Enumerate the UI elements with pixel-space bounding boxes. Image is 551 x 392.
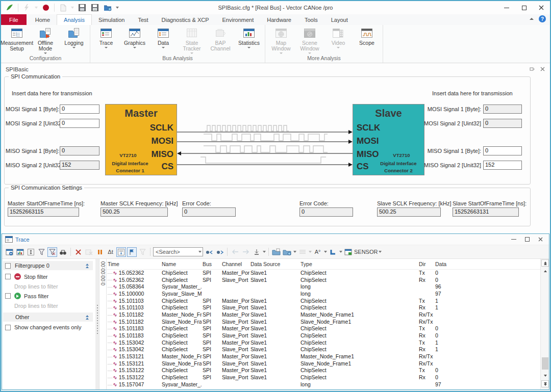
miso-signal-2-unit32-input[interactable]: 152: [60, 161, 99, 170]
sensor-filter-icon[interactable]: [343, 247, 353, 257]
trace-table[interactable]: TimeNameBusChannelData SourceTypeDirData…: [107, 259, 540, 389]
trace-row[interactable]: ∿15.101182Slave_Node_Fra...SPISlave_Port…: [107, 318, 540, 325]
trace-button[interactable]: Trace: [92, 26, 120, 48]
search-dropdown-caret-icon[interactable]: [198, 251, 202, 253]
trace-close-button[interactable]: [534, 234, 547, 245]
logging-button[interactable]: Logging: [60, 26, 88, 48]
logging-config-icon[interactable]: [282, 247, 292, 257]
column-layout-icon-caret[interactable]: [309, 251, 312, 253]
trace-statistics-icon[interactable]: [15, 247, 25, 257]
trace-row[interactable]: ∿15.153042ChipSelectSPISlave_PortSlave1C…: [107, 346, 540, 353]
panel-close-icon[interactable]: [540, 67, 545, 71]
clear-window-icon[interactable]: [84, 247, 94, 257]
tab-analysis[interactable]: Analysis: [57, 14, 92, 25]
find-icon[interactable]: [58, 247, 68, 257]
column-header-type[interactable]: Type: [299, 259, 418, 269]
collapse-ribbon-icon[interactable]: [530, 18, 534, 20]
scope-button[interactable]: Scope: [353, 26, 381, 46]
configuration-folder-icon[interactable]: [103, 3, 112, 12]
trace-maximize-button[interactable]: [520, 234, 534, 245]
miso-signal-1-byte-input[interactable]: 0: [60, 146, 99, 155]
filter-cut-icon[interactable]: [47, 247, 57, 257]
time-difference-icon[interactable]: Δt: [106, 247, 115, 257]
trace-row[interactable]: ∿15.052362ChipSelectSPIMaster_PortSlave1…: [107, 269, 540, 276]
vertical-scrollbar[interactable]: [540, 259, 549, 389]
paste-icon[interactable]: [58, 3, 67, 12]
start-measurement-caret-icon[interactable]: [35, 7, 38, 9]
search-forward-icon[interactable]: [215, 247, 224, 257]
goto-bottom-icon[interactable]: [252, 247, 261, 257]
record-icon[interactable]: [41, 3, 51, 12]
column-header-channel[interactable]: Channel: [221, 259, 249, 269]
next-icon[interactable]: [241, 247, 251, 257]
collapse-chevron-icon[interactable]: [86, 315, 89, 320]
slave-sclk-frequency-khz-input[interactable]: 500.25: [377, 207, 441, 217]
scroll-to-end-icon[interactable]: [116, 247, 126, 257]
search-backward-icon[interactable]: [204, 247, 214, 257]
font-size-icon[interactable]: A°: [313, 247, 322, 257]
trace-table-header[interactable]: TimeNameBusChannelData SourceTypeDirData: [107, 259, 540, 269]
filter-splitter[interactable]: [95, 259, 99, 389]
trace-row[interactable]: ∿15.101182Master_Node_Fr...SPIMaster_Por…: [107, 311, 540, 318]
toolbar-options-caret-icon[interactable]: [116, 7, 119, 9]
scroll-bottom-button[interactable]: [541, 380, 549, 387]
graphics-button[interactable]: Graphics: [120, 26, 149, 48]
tab-diagnostics-xcp[interactable]: Diagnostics & XCP: [155, 14, 216, 25]
logging-config-icon-caret[interactable]: [293, 251, 296, 253]
pin-icon[interactable]: [530, 66, 535, 72]
tab-tools[interactable]: Tools: [298, 14, 324, 25]
pause-icon[interactable]: [95, 247, 105, 257]
column-header-data[interactable]: Data: [434, 259, 485, 269]
offline-mode-button[interactable]: Offline Mode: [31, 26, 60, 54]
trace-row[interactable]: ∿15.101183ChipSelectSPISlave_PortSlave1C…: [107, 332, 540, 339]
search-combobox[interactable]: <Search>: [153, 247, 203, 256]
column-layout-icon[interactable]: [297, 247, 307, 257]
close-button[interactable]: [533, 1, 550, 14]
start-measurement-icon[interactable]: [22, 3, 31, 12]
filter-group-checkbox[interactable]: [5, 263, 11, 269]
indent-color-icon[interactable]: [328, 247, 338, 257]
slave-startofframetime-ns-input[interactable]: 15252663131: [453, 207, 519, 217]
help-icon[interactable]: ?: [539, 15, 546, 22]
tab-simulation[interactable]: Simulation: [92, 14, 131, 25]
save-as-icon[interactable]: [90, 3, 99, 12]
trace-row[interactable]: ∿15.101183ChipSelectSPIMaster_PortSlave1…: [107, 325, 540, 332]
column-header-bus[interactable]: Bus: [202, 259, 221, 269]
scroll-up-button[interactable]: [541, 268, 549, 275]
previous-icon[interactable]: [230, 247, 240, 257]
tab-home[interactable]: Home: [29, 14, 57, 25]
miso-signal-2-unit32-input[interactable]: 152: [483, 161, 522, 170]
error-code-input[interactable]: 0: [182, 207, 236, 217]
tab-layout[interactable]: Layout: [324, 14, 355, 25]
font-size-icon-caret[interactable]: [324, 251, 327, 253]
trace-row[interactable]: ∿15.153122ChipSelectSPIMaster_PortSlave1…: [107, 367, 540, 374]
tab-test[interactable]: Test: [131, 14, 155, 25]
master-sclk-frequency-khz-input[interactable]: 500.25: [101, 207, 168, 217]
trace-row[interactable]: ∿15.058364Sysvar_Master_...long96: [107, 283, 540, 290]
collapse-chevron-icon[interactable]: [86, 264, 89, 268]
trace-row[interactable]: ∿15.101103ChipSelectSPISlave_PortSlave1C…: [107, 304, 540, 311]
trace-row[interactable]: ∿15.101103ChipSelectSPIMaster_PortSlave1…: [107, 297, 540, 304]
minimize-button[interactable]: [498, 1, 515, 14]
data-button[interactable]: Data: [149, 26, 178, 48]
scroll-top-button[interactable]: [541, 259, 549, 267]
filter-group-header[interactable]: Filtergruppe 0: [3, 261, 93, 270]
export-logging-icon[interactable]: [271, 247, 281, 257]
pass-filter-row[interactable]: Pass filter: [3, 293, 93, 299]
trace-row[interactable]: ∿15.100000Sysvar_Slave_MI...long97: [107, 290, 540, 297]
delete-icon[interactable]: [73, 247, 83, 257]
tab-hardware[interactable]: Hardware: [260, 14, 298, 25]
trace-minimize-button[interactable]: [507, 234, 520, 245]
show-changed-checkbox[interactable]: [5, 325, 11, 330]
miso-signal-1-byte-input[interactable]: 0: [483, 146, 522, 155]
trace-row[interactable]: ∿15.157047Sysvar_Master_...long97: [107, 381, 540, 388]
stop-filter-checkbox[interactable]: [5, 274, 11, 279]
paste-caret-icon[interactable]: [71, 7, 74, 9]
pass-filter-checkbox[interactable]: [5, 293, 11, 299]
mosi-signal-2-uint32-input[interactable]: 0: [60, 119, 99, 128]
trace-row[interactable]: ∿15.153122ChipSelectSPISlave_PortSlave1C…: [107, 374, 540, 381]
scroll-thumb[interactable]: [542, 357, 548, 370]
maximize-button[interactable]: [515, 1, 533, 14]
scroll-down-button[interactable]: [541, 372, 549, 379]
sensor-filter-caret-icon[interactable]: [379, 251, 382, 253]
